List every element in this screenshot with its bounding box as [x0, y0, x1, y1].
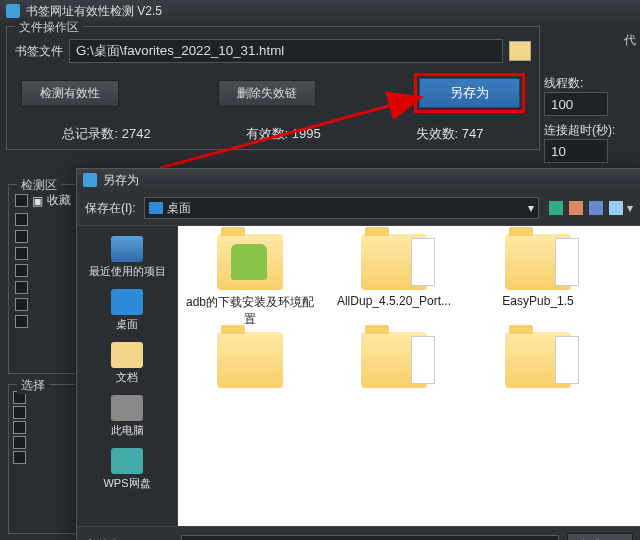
delete-invalid-button[interactable]: 删除失效链 [218, 80, 316, 107]
total-value: 2742 [122, 126, 151, 141]
loc-desktop[interactable]: 桌面 [80, 285, 174, 336]
stats-row: 总记录数: 2742 有效数: 1995 失效数: 747 [15, 125, 531, 143]
open-file-icon[interactable] [509, 41, 531, 61]
loc-pc[interactable]: 此电脑 [80, 391, 174, 442]
threads-label: 线程数: [544, 75, 636, 92]
detect-section: 检测区 ▣ 收藏 [8, 184, 86, 374]
loc-docs[interactable]: 文档 [80, 338, 174, 389]
places-bar: 最近使用的项目 桌面 文档 此电脑 WPS网盘 [77, 226, 178, 526]
select-section-label: 选择 [17, 377, 49, 394]
select-item[interactable] [13, 436, 81, 449]
loc-recent[interactable]: 最近使用的项目 [80, 232, 174, 283]
save-button[interactable]: 保存(S) [567, 533, 633, 540]
file-ops-label: 文件操作区 [15, 19, 83, 36]
timeout-input[interactable] [544, 139, 608, 163]
view-menu-icon[interactable]: ▾ [627, 201, 633, 215]
select-section: 选择 [8, 384, 86, 534]
tree-item[interactable] [13, 314, 81, 329]
valid-label: 有效数: [246, 126, 289, 141]
tree-item[interactable] [13, 280, 81, 295]
valid-value: 1995 [292, 126, 321, 141]
loc-cloud[interactable]: WPS网盘 [80, 444, 174, 495]
app-icon [6, 4, 20, 18]
dialog-title: 另存为 [103, 172, 139, 189]
dialog-titlebar: 另存为 [77, 169, 640, 191]
select-item[interactable] [13, 406, 81, 419]
file-ops-section: 文件操作区 书签文件 检测有效性 删除失效链 另存为 总记录数: 2742 有效… [6, 26, 540, 150]
app-title: 书签网址有效性检测 V2.5 [26, 3, 162, 20]
threads-input[interactable] [544, 92, 608, 116]
filename-combo[interactable]: ▾ [181, 535, 559, 541]
dialog-icon [83, 173, 97, 187]
proxy-label: 代 [544, 32, 636, 49]
savein-value: 桌面 [167, 200, 191, 217]
back-icon[interactable] [549, 201, 563, 215]
bookmark-file-label: 书签文件 [15, 43, 63, 60]
save-as-button[interactable]: 另存为 [419, 78, 520, 108]
invalid-label: 失效数: [416, 126, 459, 141]
select-item[interactable] [13, 451, 81, 464]
tree-item[interactable] [13, 212, 81, 227]
folder-item[interactable]: adb的下载安装及环境配置 [182, 234, 318, 328]
select-item[interactable] [13, 421, 81, 434]
tree-item[interactable] [13, 229, 81, 244]
tree-item[interactable] [13, 297, 81, 312]
toolbar-icons: ▾ [547, 201, 633, 215]
save-as-dialog: 另存为 保存在(I): 桌面 ▾ ▾ 最近使用的项目 桌面 文档 此电脑 WPS… [76, 168, 640, 540]
check-validity-button[interactable]: 检测有效性 [21, 80, 119, 107]
folder-item[interactable] [182, 332, 318, 392]
up-icon[interactable] [569, 201, 583, 215]
main-titlebar: 书签网址有效性检测 V2.5 [0, 0, 640, 22]
desktop-icon [149, 202, 163, 214]
savein-combo[interactable]: 桌面 ▾ [144, 197, 539, 219]
invalid-value: 747 [462, 126, 484, 141]
chevron-down-icon: ▾ [528, 201, 534, 215]
savein-label: 保存在(I): [85, 200, 136, 217]
folder-item[interactable] [326, 332, 462, 392]
tree-item[interactable] [13, 246, 81, 261]
file-view[interactable]: adb的下载安装及环境配置 AllDup_4.5.20_Port... Easy… [178, 226, 640, 526]
bookmark-file-input[interactable] [69, 39, 503, 63]
folder-item[interactable] [470, 332, 606, 392]
new-folder-icon[interactable] [589, 201, 603, 215]
total-label: 总记录数: [62, 126, 118, 141]
view-icon[interactable] [609, 201, 623, 215]
detect-section-label: 检测区 [17, 177, 61, 194]
tree-item[interactable] [13, 263, 81, 278]
folder-item[interactable]: AllDup_4.5.20_Port... [326, 234, 462, 328]
timeout-label: 连接超时(秒): [544, 122, 636, 139]
saveas-highlight: 另存为 [414, 73, 525, 113]
folder-item[interactable]: EasyPub_1.5 [470, 234, 606, 328]
